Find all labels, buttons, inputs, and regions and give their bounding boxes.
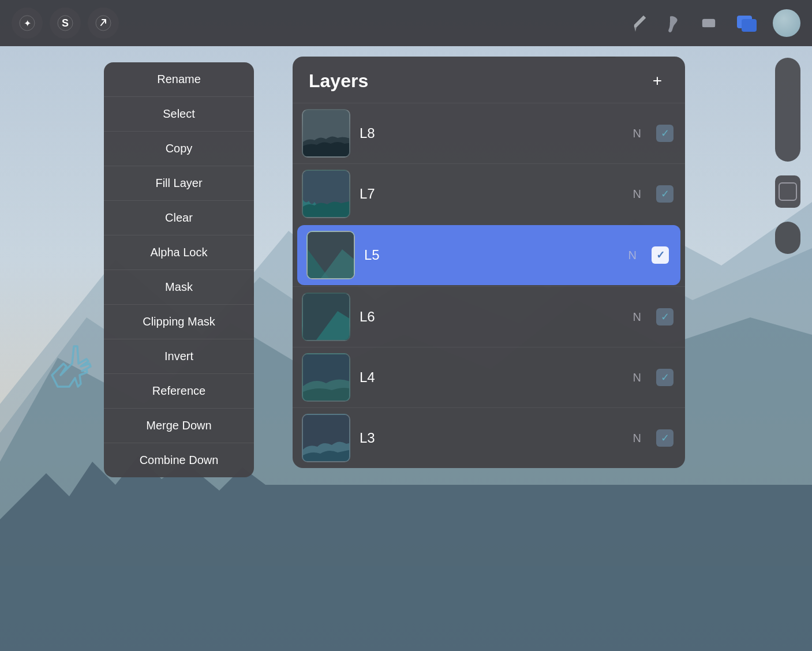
clipping-mask-menu-item[interactable]: Clipping Mask — [104, 305, 254, 339]
svg-rect-10 — [742, 19, 757, 32]
invert-menu-item[interactable]: Invert — [104, 339, 254, 374]
alpha-lock-menu-item[interactable]: Alpha Lock — [104, 235, 254, 270]
panel-arrow — [595, 57, 616, 58]
layer-visibility-L7[interactable]: ✓ — [656, 185, 673, 203]
layers-panel-button[interactable] — [731, 9, 762, 38]
layer-name-L7: L7 — [360, 186, 624, 202]
hand-drawing — [35, 335, 115, 404]
layer-name-L5: L5 — [364, 247, 619, 263]
layer-thumbnail-L5 — [306, 231, 355, 279]
layer-thumbnail-L6 — [302, 293, 350, 341]
layer-name-L8: L8 — [360, 125, 624, 141]
layer-visibility-L5[interactable]: ✓ — [652, 246, 669, 264]
reference-menu-item[interactable]: Reference — [104, 374, 254, 409]
size-slider[interactable] — [775, 222, 800, 254]
magic-wand-button[interactable]: ✦ — [12, 8, 43, 39]
mask-menu-item[interactable]: Mask — [104, 270, 254, 305]
layer-visibility-L3[interactable]: ✓ — [656, 429, 673, 447]
layer-visibility-L8[interactable]: ✓ — [656, 125, 673, 142]
add-layer-button[interactable]: + — [646, 69, 669, 92]
context-menu: Rename Select Copy Fill Layer Clear Alph… — [104, 62, 254, 477]
svg-text:✦: ✦ — [24, 18, 31, 28]
layers-header: Layers + — [293, 57, 685, 103]
clear-menu-item[interactable]: Clear — [104, 201, 254, 235]
eraser-tool[interactable] — [697, 11, 721, 35]
layer-visibility-L4[interactable]: ✓ — [656, 369, 673, 386]
layers-panel: Layers + L8 N ✓ L7 N ✓ — [293, 57, 685, 468]
layer-thumbnail-L7 — [302, 170, 350, 218]
select-menu-item[interactable]: Select — [104, 97, 254, 132]
combine-down-menu-item[interactable]: Combine Down — [104, 443, 254, 477]
toolbar-left: ✦ S — [12, 8, 119, 39]
layer-blend-L4: N — [633, 371, 641, 384]
layer-thumbnail-L4 — [302, 353, 350, 402]
right-sidebar — [772, 58, 804, 254]
layer-visibility-L6[interactable]: ✓ — [656, 308, 673, 326]
rename-menu-item[interactable]: Rename — [104, 62, 254, 97]
layer-thumbnail-L3 — [302, 414, 350, 462]
layer-thumbnail-L8 — [302, 109, 350, 158]
merge-down-menu-item[interactable]: Merge Down — [104, 409, 254, 443]
brush-tool[interactable] — [627, 11, 652, 35]
layer-item-L6[interactable]: L6 N ✓ — [293, 286, 685, 347]
layer-item-L3[interactable]: L3 N ✓ — [293, 407, 685, 468]
svg-text:S: S — [62, 17, 69, 29]
layer-name-L3: L3 — [360, 430, 624, 446]
layer-blend-L8: N — [633, 127, 641, 140]
layer-thumb-btn[interactable] — [775, 175, 800, 208]
layer-name-L6: L6 — [360, 309, 624, 325]
layer-blend-L3: N — [633, 432, 641, 445]
fill-layer-menu-item[interactable]: Fill Layer — [104, 166, 254, 201]
layer-blend-L5: N — [628, 249, 637, 262]
layer-name-L4: L4 — [360, 369, 624, 386]
layer-blend-L7: N — [633, 188, 641, 201]
layer-item-L7[interactable]: L7 N ✓ — [293, 163, 685, 224]
layer-blend-L6: N — [633, 310, 641, 324]
svg-rect-8 — [702, 23, 715, 27]
thumb-inner — [779, 182, 797, 201]
toolbar-right — [627, 9, 800, 38]
opacity-slider[interactable] — [775, 58, 800, 162]
toolbar: ✦ S — [0, 0, 812, 46]
stylize-button[interactable]: S — [50, 8, 81, 39]
smudge-tool[interactable] — [662, 11, 686, 35]
layer-item-L5[interactable]: L5 N ✓ — [297, 225, 680, 285]
color-picker[interactable] — [773, 9, 800, 37]
layer-item-L8[interactable]: L8 N ✓ — [293, 103, 685, 163]
arrow-button[interactable] — [88, 8, 119, 39]
layer-item-L4[interactable]: L4 N ✓ — [293, 347, 685, 407]
svg-rect-1 — [0, 566, 812, 651]
copy-menu-item[interactable]: Copy — [104, 132, 254, 166]
layers-title: Layers — [309, 70, 368, 92]
